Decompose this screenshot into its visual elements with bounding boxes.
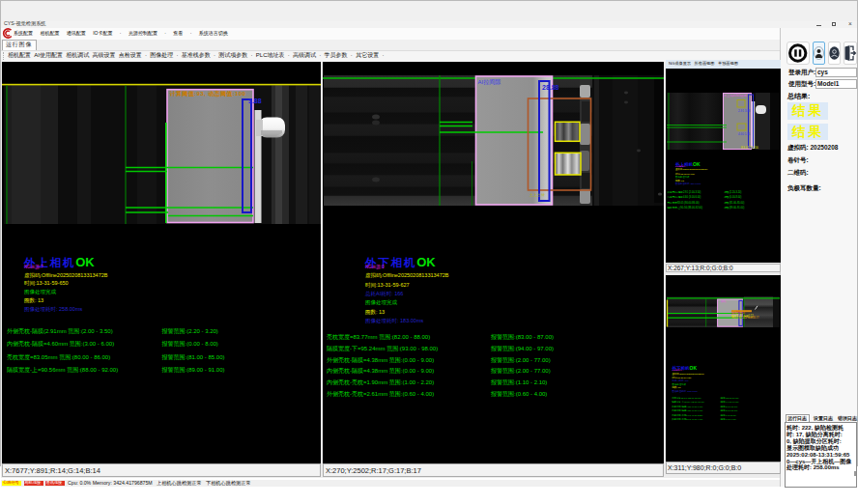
svg-text:2.91 3.88: 2.91 3.88: [738, 109, 751, 113]
svg-text:外上相机NG区域: 外上相机NG区域: [724, 94, 748, 98]
svg-text:3.88: 3.88: [248, 98, 262, 104]
svg-text:缺陷: 缺陷: [721, 298, 727, 302]
svg-text:计算阈值:93, 动态阈值:100: 计算阈值:93, 动态阈值:100: [169, 90, 246, 98]
svg-text:4.60 1.91: 4.60 1.91: [738, 132, 751, 136]
svg-text:壳枕1.90 2.61 宽度83.77: 壳枕1.90 2.61 宽度83.77: [731, 316, 759, 320]
svg-text:28.88: 28.88: [542, 84, 559, 91]
svg-text:83.05 90.56: 83.05 90.56: [741, 146, 758, 150]
svg-text:AI拉间隙: AI拉间隙: [478, 78, 501, 86]
svg-text:土上土廿: 土上土廿: [529, 192, 545, 197]
